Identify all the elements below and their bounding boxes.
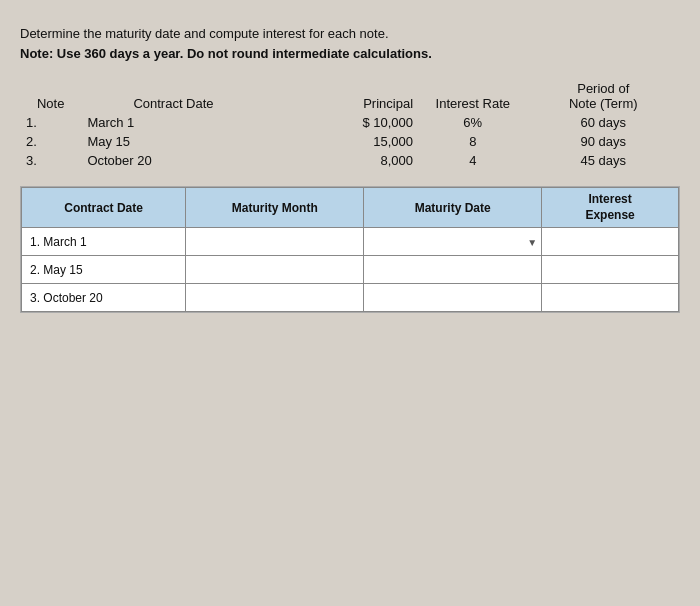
th-input-maturity-date: Maturity Date	[364, 188, 542, 228]
input-table: Contract Date Maturity Month Maturity Da…	[21, 187, 679, 312]
instruction-line2: Note: Use 360 days a year. Do not round …	[20, 44, 680, 64]
interest-expense-input-2[interactable]	[550, 263, 670, 277]
input-maturity-date-3[interactable]	[364, 284, 542, 312]
ref-note: 2.	[20, 132, 81, 151]
ref-period: 90 days	[526, 132, 680, 151]
interest-expense-input-3[interactable]	[550, 291, 670, 305]
ref-contract-date: October 20	[81, 151, 265, 170]
input-maturity-month-3[interactable]	[186, 284, 364, 312]
instructions: Determine the maturity date and compute …	[20, 24, 680, 63]
input-table-row: 2. May 15	[22, 256, 679, 284]
input-row-label-2: 2. May 15	[22, 256, 186, 284]
ref-rate: 8	[419, 132, 526, 151]
th-principal: Principal	[266, 79, 419, 113]
input-interest-expense-1[interactable]	[542, 228, 679, 256]
ref-contract-date: May 15	[81, 132, 265, 151]
dropdown-arrow-icon: ▼	[527, 236, 537, 247]
th-input-contract-date: Contract Date	[22, 188, 186, 228]
instruction-line1: Determine the maturity date and compute …	[20, 24, 680, 44]
ref-table-row: 2. May 15 15,000 8 90 days	[20, 132, 680, 151]
th-contract-date: Contract Date	[81, 79, 265, 113]
maturity-date-input-1[interactable]	[372, 235, 517, 249]
th-input-interest-expense: Interest Expense	[542, 188, 679, 228]
input-interest-expense-3[interactable]	[542, 284, 679, 312]
ref-rate: 4	[419, 151, 526, 170]
input-maturity-month-1[interactable]	[186, 228, 364, 256]
ref-table-row: 3. October 20 8,000 4 45 days	[20, 151, 680, 170]
ref-table-row: 1. March 1 $ 10,000 6% 60 days	[20, 113, 680, 132]
input-table-row: 1. March 1 ▼	[22, 228, 679, 256]
input-maturity-date-2[interactable]	[364, 256, 542, 284]
maturity-month-input-1[interactable]	[194, 235, 355, 249]
input-maturity-month-2[interactable]	[186, 256, 364, 284]
ref-note: 3.	[20, 151, 81, 170]
input-maturity-date-1[interactable]: ▼	[364, 228, 542, 256]
input-row-label-3: 3. October 20	[22, 284, 186, 312]
maturity-month-input-3[interactable]	[194, 291, 355, 305]
th-note: Note	[20, 79, 81, 113]
ref-rate: 6%	[419, 113, 526, 132]
ref-principal: $ 10,000	[266, 113, 419, 132]
th-input-maturity-month: Maturity Month	[186, 188, 364, 228]
maturity-date-input-2[interactable]	[372, 263, 517, 277]
interest-expense-input-1[interactable]	[550, 235, 670, 249]
input-table-wrapper: Contract Date Maturity Month Maturity Da…	[20, 186, 680, 313]
ref-note: 1.	[20, 113, 81, 132]
th-period: Period of Note (Term)	[526, 79, 680, 113]
ref-contract-date: March 1	[81, 113, 265, 132]
ref-period: 60 days	[526, 113, 680, 132]
ref-principal: 8,000	[266, 151, 419, 170]
ref-period: 45 days	[526, 151, 680, 170]
input-table-row: 3. October 20	[22, 284, 679, 312]
ref-principal: 15,000	[266, 132, 419, 151]
maturity-date-input-3[interactable]	[372, 291, 517, 305]
reference-table: Note Contract Date Principal Interest Ra…	[20, 79, 680, 170]
input-row-label-1: 1. March 1	[22, 228, 186, 256]
input-interest-expense-2[interactable]	[542, 256, 679, 284]
maturity-month-input-2[interactable]	[194, 263, 355, 277]
th-interest-rate: Interest Rate	[419, 79, 526, 113]
